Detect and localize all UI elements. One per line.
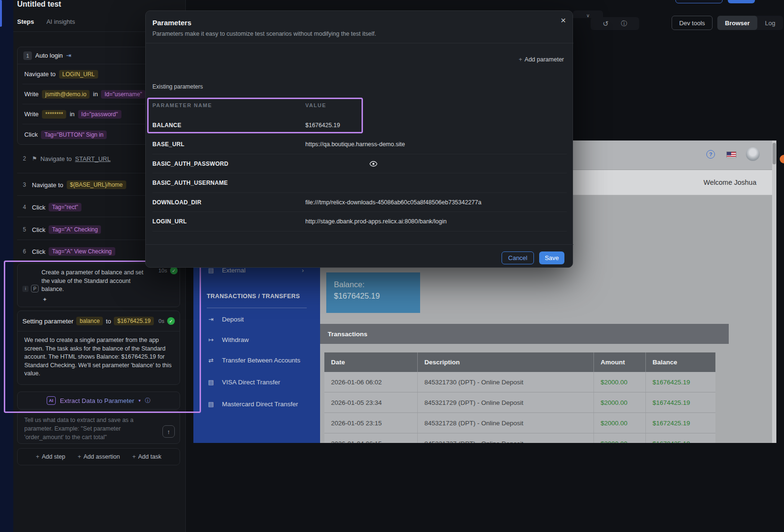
sidebar-item-label: Withdraw xyxy=(222,336,249,343)
cell-amount: $2000.00 xyxy=(594,392,646,412)
step-row-2[interactable]: 2 ⚑ Navigate to START_URL xyxy=(23,152,111,165)
modal-footer-divider xyxy=(146,244,573,245)
cell-amount: $2000.00 xyxy=(594,433,646,443)
col-header-amount[interactable]: Amount xyxy=(594,352,646,372)
recording-indicator-dot[interactable] xyxy=(780,155,784,163)
transactions-panel-header: Transactions xyxy=(320,324,729,344)
sidebar-item-withdraw[interactable]: ↦ Withdraw xyxy=(207,336,249,343)
info-icon[interactable]: ⓘ xyxy=(145,397,151,405)
extract-prompt-box[interactable]: Tell us what data to extract and save as… xyxy=(17,411,180,444)
cell-date: 2026-01-05 23:34 xyxy=(324,392,418,412)
value-badge-password[interactable]: ******** xyxy=(42,110,66,119)
setting-parameter-card[interactable]: Setting parameter balance to $1676425.19… xyxy=(17,311,180,385)
param-value-badge[interactable]: $1676425.19 xyxy=(114,317,154,325)
col-header-date[interactable]: Date xyxy=(324,352,418,372)
add-assertion-button[interactable]: +Add assertion xyxy=(78,453,120,460)
chevron-down-icon[interactable]: ▾ xyxy=(139,398,141,403)
submit-prompt-button[interactable]: ↑ xyxy=(162,425,175,438)
sidebar-item-transfer[interactable]: ⇄ Transfer Between Accounts xyxy=(207,357,301,364)
close-icon[interactable]: × xyxy=(561,16,566,25)
cell-balance: $1672425.19 xyxy=(646,413,715,433)
param-value: file:///tmp/relicx-downloads-45086ab60c0… xyxy=(305,199,482,206)
param-row-basic-auth-username[interactable]: BASIC_AUTH_USERNAME xyxy=(152,174,567,193)
table-row[interactable]: 2026-01-06 06:02 845321730 (DPT) - Onlin… xyxy=(324,372,715,392)
step-action-label: Click xyxy=(32,226,45,233)
login-icon: ⇥ xyxy=(66,52,71,59)
dev-tools-button[interactable]: Dev tools xyxy=(672,16,713,30)
step-row-3[interactable]: 3 Navigate to ${BASE_URL}/home xyxy=(23,179,126,191)
step-action-label: Write xyxy=(24,110,39,118)
selector-badge-checking[interactable]: Tag="A" Checking xyxy=(49,225,101,234)
param-badge-base-url-home[interactable]: ${BASE_URL}/home xyxy=(67,181,126,189)
param-row-balance[interactable]: BALANCE $1676425.19 xyxy=(152,116,567,135)
step-row-6[interactable]: 6 Click Tag="A" View Checking xyxy=(23,245,115,258)
existing-parameters-label: Existing parameters xyxy=(152,83,203,90)
cell-date: 2026-01-06 06:02 xyxy=(324,372,418,392)
extract-data-card[interactable]: AI Extract Data to Parameter ▾ ⓘ xyxy=(17,391,180,410)
param-row-basic-auth-password[interactable]: BASIC_AUTH_PASSWORD xyxy=(152,154,567,173)
add-parameter-button[interactable]: +Add parameter xyxy=(519,56,564,63)
setting-duration: 0s xyxy=(159,318,164,324)
task-duration: 10s xyxy=(158,268,167,273)
add-task-button[interactable]: +Add task xyxy=(132,453,161,460)
card-icon: ▤ xyxy=(207,267,215,274)
refresh-icon[interactable]: ↺ xyxy=(603,20,609,28)
col-header-balance[interactable]: Balance xyxy=(646,352,715,372)
balance-label: Balance: xyxy=(334,279,412,290)
step-row-5[interactable]: 5 Click Tag="A" Checking xyxy=(23,223,101,236)
sidebar-item-mastercard-transfer[interactable]: ▤ Mastercard Direct Transfer xyxy=(207,401,298,408)
param-name-badge[interactable]: balance xyxy=(76,317,103,325)
sidebar-item-visa-transfer[interactable]: ▤ VISA Direct Transfer xyxy=(207,379,280,386)
help-icon[interactable]: ? xyxy=(706,150,715,159)
sidebar-item-external[interactable]: ▤ External › xyxy=(207,267,312,274)
param-name: LOGIN_URL xyxy=(152,218,305,225)
param-row-base-url[interactable]: BASE_URL https://qa.boutique.harness-dem… xyxy=(152,135,567,154)
app-root: Untitled test Steps AI insights 1 Auto l… xyxy=(0,0,784,532)
info-icon[interactable]: ⓘ xyxy=(621,20,627,28)
tab-steps[interactable]: Steps xyxy=(17,18,34,25)
selector-badge-password[interactable]: Id="password" xyxy=(78,110,121,119)
step-action-label: Navigate to xyxy=(32,181,63,189)
add-step-button[interactable]: +Add step xyxy=(36,453,65,460)
cell-date: 2026-01-05 23:15 xyxy=(324,413,418,433)
param-badge-login-url[interactable]: LOGIN_URL xyxy=(59,70,98,79)
tab-ai-insights[interactable]: AI insights xyxy=(46,18,75,25)
param-value: http://stage.dbank.prod-apps.relicx.ai:8… xyxy=(305,218,447,225)
task-info-icon: i xyxy=(22,286,29,292)
page-scrollbar[interactable] xyxy=(772,141,776,443)
welcome-text: Welcome Joshua xyxy=(704,179,756,186)
selector-badge-view-checking[interactable]: Tag="A" View Checking xyxy=(49,247,115,256)
selector-badge-signin[interactable]: Tag="BUTTON" Sign in xyxy=(41,130,107,139)
table-row[interactable]: 2026-01-05 23:15 845321728 (DPT) - Onlin… xyxy=(324,413,715,433)
selector-badge-username[interactable]: Id="username" xyxy=(101,90,145,99)
param-table-header: PARAMETER NAME VALUE xyxy=(152,102,567,108)
table-row[interactable]: 2026-01-05 23:34 845321729 (DPT) - Onlin… xyxy=(324,392,715,413)
value-badge-username[interactable]: jsmith@demo.io xyxy=(42,90,90,99)
balance-value: $1676425.19 xyxy=(334,290,412,301)
start-url-link[interactable]: START_URL xyxy=(75,155,111,162)
save-button[interactable]: Save xyxy=(539,251,564,264)
card-icon: ▤ xyxy=(207,401,215,408)
extract-prompt-input[interactable]: Tell us what data to extract and save as… xyxy=(24,416,143,442)
browser-tab[interactable]: Browser xyxy=(717,16,757,30)
step-row-4[interactable]: 4 Click Tag="rect" xyxy=(23,201,81,213)
top-outline-button[interactable] xyxy=(675,0,723,3)
rail-active-indicator xyxy=(0,0,2,27)
user-avatar[interactable] xyxy=(746,147,760,161)
log-tab[interactable]: Log xyxy=(757,20,783,27)
eye-icon[interactable] xyxy=(370,161,377,167)
us-flag-icon[interactable] xyxy=(726,151,736,158)
selector-badge-rect[interactable]: Tag="rect" xyxy=(49,203,81,211)
param-row-login-url[interactable]: LOGIN_URL http://stage.dbank.prod-apps.r… xyxy=(152,212,567,231)
scrollbar-thumb[interactable] xyxy=(773,143,776,164)
task-instruction-text: Create a parameter of balance and set th… xyxy=(41,269,145,294)
cell-balance: $1676425.19 xyxy=(646,372,715,392)
ai-task-card[interactable]: i P Create a parameter of balance and se… xyxy=(17,263,180,307)
top-primary-button[interactable] xyxy=(728,0,755,3)
sidebar-item-deposit[interactable]: ⇥ Deposit xyxy=(207,316,244,323)
col-header-description[interactable]: Description xyxy=(418,352,594,372)
table-row[interactable]: 2026-01-04 06:15 845321727 (DPT) - Onlin… xyxy=(324,433,715,443)
param-row-download-dir[interactable]: DOWNLOAD_DIR file:///tmp/relicx-download… xyxy=(152,193,567,212)
cancel-button[interactable]: Cancel xyxy=(502,251,534,264)
step-action-label: Click xyxy=(32,204,45,211)
